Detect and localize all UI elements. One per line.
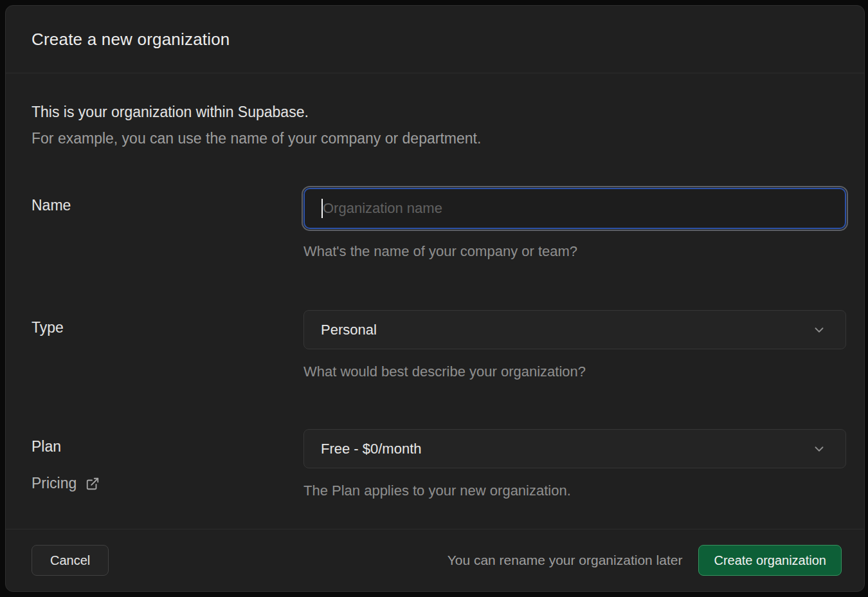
create-organization-button[interactable]: Create organization bbox=[698, 545, 842, 576]
plan-field-column: Free - $0/month The Plan applies to your… bbox=[303, 429, 846, 499]
create-organization-dialog: Create a new organization This is your o… bbox=[5, 5, 865, 592]
type-label: Type bbox=[32, 310, 303, 336]
name-label: Name bbox=[32, 188, 303, 214]
plan-label-column: Plan Pricing bbox=[32, 429, 303, 492]
pricing-link[interactable]: Pricing bbox=[32, 475, 100, 492]
plan-field-row: Plan Pricing Free - $0/month bbox=[32, 429, 846, 499]
plan-label: Plan bbox=[32, 429, 303, 455]
text-cursor bbox=[321, 199, 323, 218]
chevron-down-icon bbox=[812, 323, 826, 337]
plan-helper-text: The Plan applies to your new organizatio… bbox=[303, 482, 846, 499]
plan-select-value: Free - $0/month bbox=[321, 441, 422, 457]
dialog-body: This is your organization within Supabas… bbox=[6, 73, 864, 529]
dialog-title: Create a new organization bbox=[32, 30, 230, 50]
external-link-icon bbox=[86, 477, 100, 491]
type-field-row: Type Personal What would best describe y… bbox=[32, 310, 846, 380]
organization-name-input[interactable] bbox=[303, 188, 846, 229]
dialog-footer: Cancel You can rename your organization … bbox=[6, 529, 864, 591]
type-field-column: Personal What would best describe your o… bbox=[303, 310, 846, 380]
name-input-wrapper bbox=[303, 188, 846, 229]
name-helper-text: What's the name of your company or team? bbox=[303, 243, 846, 260]
type-select-value: Personal bbox=[321, 322, 377, 338]
cancel-button[interactable]: Cancel bbox=[32, 545, 109, 576]
type-helper-text: What would best describe your organizati… bbox=[303, 363, 846, 380]
description-line-1: This is your organization within Supabas… bbox=[32, 99, 846, 125]
name-field-row: Name What's the name of your company or … bbox=[32, 188, 846, 260]
description-line-2: For example, you can use the name of you… bbox=[32, 125, 846, 152]
name-field-column: What's the name of your company or team? bbox=[303, 188, 846, 260]
dialog-description: This is your organization within Supabas… bbox=[32, 99, 846, 152]
type-select[interactable]: Personal bbox=[303, 310, 846, 349]
pricing-link-label: Pricing bbox=[32, 475, 77, 492]
plan-select[interactable]: Free - $0/month bbox=[303, 429, 846, 468]
dialog-header: Create a new organization bbox=[6, 6, 864, 73]
rename-note: You can rename your organization later bbox=[448, 553, 683, 568]
chevron-down-icon bbox=[812, 442, 826, 456]
